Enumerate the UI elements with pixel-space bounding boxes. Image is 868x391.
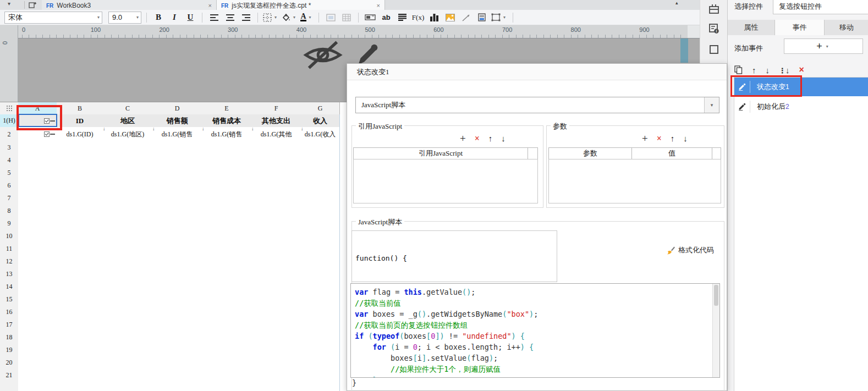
move-up-icon[interactable]: ↑ bbox=[752, 65, 756, 75]
cell-partial[interactable] bbox=[57, 382, 103, 391]
cell-F6[interactable] bbox=[251, 179, 301, 192]
chevron-up-icon[interactable]: ▴ bbox=[675, 0, 678, 5]
merge-cells-button[interactable] bbox=[324, 11, 337, 24]
cell-C4[interactable] bbox=[103, 154, 153, 167]
cell-G7[interactable] bbox=[301, 192, 340, 205]
row-header-20[interactable]: 20 bbox=[0, 356, 19, 370]
cell-F13[interactable] bbox=[251, 268, 301, 281]
cell-F4[interactable] bbox=[251, 154, 301, 167]
cell-D21[interactable] bbox=[152, 369, 202, 382]
split-cells-button[interactable] bbox=[340, 11, 353, 24]
cell-partial[interactable] bbox=[301, 382, 340, 391]
cell-G17[interactable] bbox=[301, 318, 340, 332]
column-header-G[interactable]: G bbox=[301, 102, 340, 115]
cell-C17[interactable] bbox=[103, 318, 153, 332]
sort-icon[interactable]: ⋮↓ bbox=[779, 65, 790, 75]
row-header-5[interactable]: 5 bbox=[0, 167, 19, 180]
row-header-16[interactable]: 16 bbox=[0, 306, 19, 319]
row-header-11[interactable]: 11 bbox=[0, 243, 19, 256]
cell-G10[interactable] bbox=[301, 230, 340, 243]
cell-B8[interactable] bbox=[57, 205, 103, 218]
cell-E20[interactable] bbox=[202, 356, 252, 370]
frame-style-button[interactable]: ▾ bbox=[491, 11, 508, 24]
tab-mobile[interactable]: 移动 bbox=[825, 20, 868, 35]
cell-D1[interactable]: 销售额 bbox=[152, 114, 202, 128]
cell-G11[interactable] bbox=[301, 243, 340, 256]
cell-C12[interactable] bbox=[103, 255, 153, 268]
cell-B2[interactable]: ↓ds1.G(ID) bbox=[57, 127, 103, 142]
chevron-down-icon[interactable]: ▾ bbox=[8, 1, 10, 7]
cell-D19[interactable] bbox=[152, 344, 202, 357]
cell-C15[interactable] bbox=[103, 293, 153, 306]
cell-partial[interactable] bbox=[251, 382, 301, 391]
cell-E18[interactable] bbox=[202, 331, 252, 344]
cell-G13[interactable] bbox=[301, 268, 340, 281]
cell-D8[interactable] bbox=[152, 205, 202, 218]
tab-attributes[interactable]: 属性 bbox=[728, 20, 775, 35]
column-header-B[interactable]: B bbox=[57, 102, 103, 115]
cell-C19[interactable] bbox=[103, 344, 153, 357]
cell-D3[interactable] bbox=[152, 141, 202, 155]
row-header-3[interactable]: 3 bbox=[0, 141, 19, 155]
selected-widget-name[interactable]: 复选按钮控件 bbox=[773, 0, 868, 14]
insert-subreport-button[interactable] bbox=[475, 11, 488, 24]
add-event-button[interactable]: + ▾ bbox=[784, 38, 863, 54]
cell-D10[interactable] bbox=[152, 230, 202, 243]
cell-B6[interactable] bbox=[57, 179, 103, 192]
cell-E13[interactable] bbox=[202, 268, 252, 281]
cell-E9[interactable] bbox=[202, 217, 252, 230]
add-icon[interactable]: + bbox=[642, 134, 648, 144]
row-header-19[interactable]: 19 bbox=[0, 344, 19, 357]
cell-B17[interactable] bbox=[57, 318, 103, 332]
move-down-icon[interactable]: ↓ bbox=[501, 134, 506, 144]
report-sheet[interactable]: ABCDEFG1(H)23456789101112131415161718192… bbox=[0, 102, 348, 391]
delete-icon[interactable]: × bbox=[475, 134, 480, 144]
cell-E15[interactable] bbox=[202, 293, 252, 306]
cell-B21[interactable] bbox=[57, 369, 103, 382]
cell-B15[interactable] bbox=[57, 293, 103, 306]
cell-G9[interactable] bbox=[301, 217, 340, 230]
cell-D11[interactable] bbox=[152, 243, 202, 256]
cell-A1[interactable] bbox=[18, 114, 57, 128]
cell-G8[interactable] bbox=[301, 205, 340, 218]
code-editor[interactable]: var flag = this.getValue();//获取当前值var bo… bbox=[350, 283, 720, 378]
cell-E4[interactable] bbox=[202, 154, 252, 167]
insert-line-button[interactable] bbox=[459, 11, 473, 24]
cell-G2[interactable]: ↓ds1.G(收入 bbox=[301, 127, 340, 142]
cell-E1[interactable]: 销售成本 bbox=[202, 114, 252, 128]
cell-C16[interactable] bbox=[103, 306, 153, 319]
cell-G3[interactable] bbox=[301, 141, 340, 155]
font-size-select[interactable]: 9.0 ▾ bbox=[108, 12, 141, 24]
align-center-button[interactable] bbox=[223, 11, 237, 24]
column-header-D[interactable]: D bbox=[152, 102, 202, 115]
row-header-12[interactable]: 12 bbox=[0, 255, 19, 268]
cell-C3[interactable] bbox=[103, 141, 153, 155]
row-header-2[interactable]: 2 bbox=[0, 127, 19, 142]
fill-color-button[interactable]: ▾ bbox=[282, 11, 298, 24]
row-header-4[interactable]: 4 bbox=[0, 154, 19, 167]
cell-A8[interactable] bbox=[18, 205, 57, 218]
cell-A21[interactable] bbox=[18, 369, 57, 382]
delete-icon[interactable]: × bbox=[799, 65, 804, 75]
cell-A10[interactable] bbox=[18, 230, 57, 243]
column-header-C[interactable]: C bbox=[103, 102, 153, 115]
move-up-icon[interactable]: ↑ bbox=[671, 134, 675, 144]
cell-B12[interactable] bbox=[57, 255, 103, 268]
cell-E11[interactable] bbox=[202, 243, 252, 256]
cell-F8[interactable] bbox=[251, 205, 301, 218]
cell-D12[interactable] bbox=[152, 255, 202, 268]
move-down-icon[interactable]: ↓ bbox=[683, 134, 688, 144]
cell-E3[interactable] bbox=[202, 141, 252, 155]
close-icon[interactable]: × bbox=[377, 2, 380, 10]
column-header-F[interactable]: F bbox=[251, 102, 301, 115]
cell-F19[interactable] bbox=[251, 344, 301, 357]
cell-A11[interactable] bbox=[18, 243, 57, 256]
cell-G21[interactable] bbox=[301, 369, 340, 382]
cell-D14[interactable] bbox=[152, 280, 202, 294]
cell-A14[interactable] bbox=[18, 280, 57, 294]
cell-C9[interactable] bbox=[103, 217, 153, 230]
cell-A9[interactable] bbox=[18, 217, 57, 230]
cell-F7[interactable] bbox=[251, 192, 301, 205]
cell-G12[interactable] bbox=[301, 255, 340, 268]
cell-E2[interactable]: ↓ds1.G(销售 bbox=[202, 127, 252, 142]
